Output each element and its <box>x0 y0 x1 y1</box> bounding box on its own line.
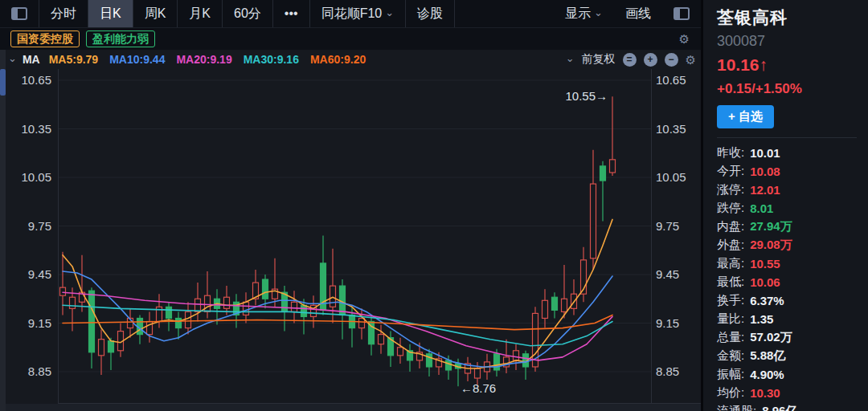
stat-label: 涨停: <box>717 182 744 197</box>
stat-value: 8.96亿 <box>762 404 797 411</box>
stat-row: 最低:10.06 <box>717 273 863 291</box>
draw-line-button[interactable]: 画线 <box>614 0 662 27</box>
indicator-equals-button[interactable]: = <box>623 53 637 67</box>
candle-body <box>542 300 548 318</box>
stock-tag[interactable]: 盈利能力弱 <box>86 31 155 47</box>
chevron-down-icon[interactable]: ⌄ <box>566 52 575 64</box>
y-axis-label-left: 10.65 <box>21 73 51 87</box>
panel-right-icon <box>674 7 690 20</box>
price-annotation: ←8.76 <box>461 381 496 395</box>
tab-60min[interactable]: 60分 <box>223 0 273 27</box>
stat-label: 外盘: <box>717 238 744 253</box>
ma-value-ma10: MA10:9.44 <box>109 53 165 66</box>
candle-body <box>475 368 481 378</box>
chevron-down-icon[interactable]: ⌄ <box>8 52 17 64</box>
ma-value-ma5: MA5:9.79 <box>49 53 98 66</box>
stock-tag[interactable]: 国资委控股 <box>10 31 80 47</box>
up-arrow-icon: ↑ <box>760 55 768 74</box>
stat-value: 27.94万 <box>750 219 792 234</box>
display-menu-button[interactable]: 显示 ⌄ <box>554 0 614 27</box>
y-axis-label-right: 10.05 <box>656 170 686 184</box>
stat-label: 流通股: <box>717 404 756 411</box>
stat-value: 5.88亿 <box>750 348 785 364</box>
candle-body <box>292 302 297 311</box>
volume-pane-edge <box>0 404 701 411</box>
stat-value: 6.37% <box>750 294 784 307</box>
stat-label: 振幅: <box>717 367 744 382</box>
y-axis-label-left: 9.75 <box>28 219 51 233</box>
more-periods-button[interactable]: ••• <box>273 0 310 27</box>
stat-label: 昨收: <box>717 145 744 161</box>
panel-toggle-button[interactable] <box>662 0 701 27</box>
settings-gear-icon[interactable]: ⚙ <box>679 33 690 45</box>
sidebar-toggle-button[interactable] <box>0 0 39 27</box>
stat-value: 4.90% <box>750 368 784 381</box>
stat-label: 今开: <box>717 164 744 179</box>
zoom-buttons: =+− <box>623 53 678 67</box>
candle-body <box>186 311 191 328</box>
toolbar: 分时日K周K月K60分 ••• 同花顺F10 ⌄ 诊股 显示 ⌄ 画线 <box>0 0 701 28</box>
candle-body <box>600 166 606 181</box>
tab-minute[interactable]: 分时 <box>39 0 88 27</box>
candle-body <box>108 341 114 352</box>
stat-row: 流通股:8.96亿 <box>717 402 863 411</box>
stat-value: 1.35 <box>750 312 773 326</box>
ma-value-ma30: MA30:9.16 <box>244 53 299 66</box>
stat-label: 总量: <box>717 330 744 345</box>
y-axis-label-left: 10.35 <box>21 122 51 136</box>
tab-daily-k[interactable]: 日K <box>88 0 133 27</box>
chart-region: ⌄ MA MA5:9.79MA10:9.44MA20:9.19MA30:9.16… <box>0 50 701 411</box>
add-watchlist-button[interactable]: + 自选 <box>717 105 774 128</box>
stat-row: 振幅:4.90% <box>717 365 863 384</box>
price-change: +0.15/+1.50% <box>717 81 863 97</box>
candle-body <box>514 351 519 360</box>
panel-left-icon <box>11 7 27 20</box>
zoom-in-button[interactable]: + <box>644 53 657 67</box>
left-scrollbar[interactable] <box>0 50 6 411</box>
stat-value: 10.06 <box>750 275 780 289</box>
stat-label: 均价: <box>717 385 744 401</box>
ma-legend-row: ⌄ MA MA5:9.79MA10:9.44MA20:9.19MA30:9.16… <box>0 50 701 69</box>
diagnose-stock-button[interactable]: 诊股 <box>406 0 455 27</box>
candle-body <box>244 302 249 315</box>
stat-value: 12.01 <box>750 183 780 197</box>
ma-value-ma60: MA60:9.20 <box>310 53 366 66</box>
candle-body <box>70 297 76 308</box>
stat-rows: 昨收:10.01今开:10.08涨停:12.01跌停:8.01内盘:27.94万… <box>717 144 863 411</box>
candle-body <box>205 295 211 311</box>
candle-body <box>263 279 268 299</box>
ma-value-ma20: MA20:9.19 <box>176 53 231 66</box>
scrollbar-thumb[interactable] <box>0 69 6 96</box>
candle-body <box>494 354 500 370</box>
chart-settings-gear-icon[interactable]: ⚙ <box>686 54 696 66</box>
ma-line-ma10 <box>63 271 612 367</box>
stat-row: 总量:57.02万 <box>717 328 863 347</box>
y-axis-label-right: 9.15 <box>656 316 679 330</box>
candle-body <box>176 318 182 328</box>
tab-monthly-k[interactable]: 月K <box>178 0 223 27</box>
stat-row: 量比:1.35 <box>717 310 863 328</box>
tab-weekly-k[interactable]: 周K <box>133 0 178 27</box>
stock-tags: 国资委控股盈利能力弱 <box>10 31 155 47</box>
f10-button[interactable]: 同花顺F10 ⌄ <box>310 0 406 27</box>
candle-body <box>224 297 230 308</box>
chart-controls: ⌄ 前复权 =+− ⚙ <box>563 50 696 69</box>
current-price: 10.16↑ <box>717 55 863 75</box>
candle-body <box>552 297 558 310</box>
y-axis-label-right: 10.35 <box>656 122 686 136</box>
stat-value: 10.30 <box>750 386 780 400</box>
adjust-mode-button[interactable]: 前复权 <box>582 52 616 67</box>
candle-body <box>330 286 336 307</box>
candle-body <box>195 299 201 311</box>
stat-value: 29.08万 <box>750 238 792 253</box>
y-axis-label-right: 8.85 <box>656 364 679 378</box>
stat-row: 涨停:12.01 <box>717 181 863 199</box>
stat-value: 10.55 <box>750 257 780 271</box>
f10-label: 同花顺F10 <box>321 6 383 22</box>
candle-body <box>398 348 403 356</box>
y-axis-label-right: 10.65 <box>656 73 686 87</box>
stock-name: 荃银高科 <box>717 6 863 29</box>
candle-body <box>359 318 365 328</box>
kline-chart[interactable]: 10.6510.6510.3510.3510.0510.059.759.759.… <box>0 69 701 404</box>
zoom-out-button[interactable]: − <box>665 53 678 67</box>
